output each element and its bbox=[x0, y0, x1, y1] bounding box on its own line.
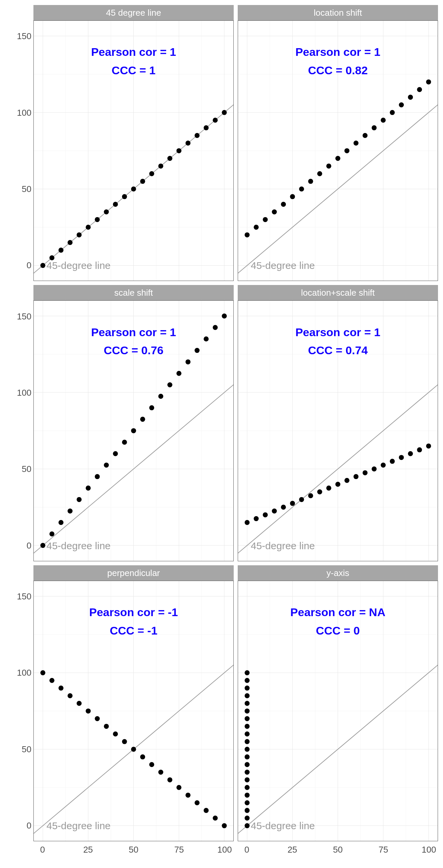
reference-line-label: 45-degree line bbox=[46, 540, 111, 552]
data-point bbox=[381, 118, 386, 123]
data-point bbox=[245, 754, 250, 759]
plot-area: Pearson cor = 1CCC = 0.8245-degree line bbox=[238, 21, 438, 281]
data-point bbox=[40, 670, 45, 675]
y-axis-tick-label: 100 bbox=[17, 107, 31, 118]
x-axis-tick-label: 0 bbox=[244, 845, 249, 855]
plot-area: Pearson cor = NACCC = 045-degree line bbox=[238, 581, 438, 841]
data-point bbox=[299, 186, 304, 191]
panel-title: scale shift bbox=[33, 285, 234, 300]
data-point bbox=[245, 724, 250, 729]
annotation-pearson: Pearson cor = 1 bbox=[238, 326, 438, 339]
data-point bbox=[408, 451, 413, 456]
data-point bbox=[245, 232, 250, 238]
annotation-pearson: Pearson cor = 1 bbox=[34, 326, 233, 339]
chart-panel: perpendicularPearson cor = -1CCC = -145-… bbox=[33, 565, 234, 841]
annotation-ccc: CCC = 0.76 bbox=[34, 344, 233, 357]
reference-line-label: 45-degree line bbox=[251, 260, 315, 271]
panel-title: location+scale shift bbox=[238, 285, 438, 300]
data-point bbox=[272, 209, 277, 214]
data-point bbox=[245, 731, 250, 736]
data-point bbox=[399, 455, 404, 460]
plot-area: Pearson cor = 1CCC = 0.7645-degree line bbox=[33, 300, 234, 561]
data-point bbox=[245, 739, 250, 744]
plot-svg bbox=[34, 581, 233, 841]
reference-line-label: 45-degree line bbox=[251, 820, 315, 832]
data-point bbox=[122, 440, 127, 445]
plot-svg bbox=[238, 301, 438, 561]
data-point bbox=[299, 497, 304, 502]
x-axis-tick-label: 100 bbox=[217, 845, 232, 855]
data-point bbox=[122, 739, 127, 744]
data-point bbox=[76, 232, 82, 238]
chart-panel: scale shiftPearson cor = 1CCC = 0.7645-d… bbox=[33, 285, 234, 561]
data-point bbox=[167, 156, 172, 161]
reference-line-label: 45-degree line bbox=[46, 820, 111, 832]
data-point bbox=[158, 770, 163, 775]
data-point bbox=[158, 394, 163, 399]
data-point bbox=[59, 520, 64, 525]
x-axis-tick-label: 100 bbox=[421, 845, 436, 855]
annotation-pearson: Pearson cor = NA bbox=[238, 606, 438, 619]
y-axis-tick-label: 0 bbox=[27, 540, 31, 551]
data-point bbox=[67, 509, 72, 514]
data-point bbox=[317, 489, 322, 494]
data-point bbox=[272, 509, 277, 514]
data-point bbox=[362, 470, 368, 475]
data-point bbox=[177, 371, 182, 376]
data-point bbox=[290, 501, 295, 506]
x-axis-tick-label: 25 bbox=[83, 845, 93, 855]
data-point bbox=[254, 225, 259, 230]
plot-area: Pearson cor = 1CCC = 145-degree line bbox=[33, 21, 234, 281]
data-point bbox=[40, 543, 45, 548]
annotation-ccc: CCC = 0 bbox=[238, 624, 438, 637]
data-point bbox=[203, 808, 209, 813]
data-point bbox=[326, 163, 331, 168]
data-point bbox=[122, 194, 127, 199]
data-point bbox=[131, 428, 136, 433]
plot-svg bbox=[238, 21, 438, 281]
data-point bbox=[254, 516, 259, 521]
plot-area: Pearson cor = 1CCC = 0.7445-degree line bbox=[238, 300, 438, 561]
data-point bbox=[113, 202, 118, 207]
panel-title: y-axis bbox=[238, 565, 438, 581]
plot-svg bbox=[238, 581, 438, 841]
data-point bbox=[213, 118, 218, 123]
data-point bbox=[353, 474, 358, 479]
data-point bbox=[245, 670, 250, 675]
data-point bbox=[245, 808, 250, 813]
data-point bbox=[113, 451, 118, 456]
annotation-ccc: CCC = 1 bbox=[34, 64, 233, 77]
data-point bbox=[281, 202, 286, 207]
data-point bbox=[167, 382, 172, 388]
y-axis-tick-label: 100 bbox=[17, 388, 31, 398]
data-point bbox=[263, 217, 268, 222]
data-point bbox=[140, 754, 145, 759]
data-point bbox=[372, 125, 377, 130]
data-point bbox=[263, 513, 268, 518]
data-point bbox=[344, 478, 349, 483]
data-point bbox=[76, 497, 82, 502]
chart-panel: 45 degree linePearson cor = 1CCC = 145-d… bbox=[33, 5, 234, 281]
data-point bbox=[308, 179, 313, 184]
panel-title: location shift bbox=[238, 5, 438, 21]
data-point bbox=[245, 785, 250, 790]
data-point bbox=[245, 823, 250, 828]
data-point bbox=[335, 156, 340, 161]
data-point bbox=[86, 486, 91, 491]
data-point bbox=[50, 678, 55, 683]
data-point bbox=[59, 248, 64, 252]
data-point bbox=[372, 467, 377, 472]
annotation-pearson: Pearson cor = -1 bbox=[34, 606, 233, 619]
data-point bbox=[86, 708, 91, 713]
y-axis-tick-label: 150 bbox=[17, 591, 31, 601]
data-point bbox=[245, 793, 250, 798]
reference-line-label: 45-degree line bbox=[46, 260, 111, 271]
data-point bbox=[186, 141, 191, 146]
annotation-ccc: CCC = -1 bbox=[34, 624, 233, 637]
panel-title: perpendicular bbox=[33, 565, 234, 581]
data-point bbox=[149, 171, 154, 176]
chart-panel: y-axisPearson cor = NACCC = 045-degree l… bbox=[238, 565, 438, 841]
y-axis-tick-label: 100 bbox=[17, 668, 31, 678]
y-axis-tick-label: 150 bbox=[17, 31, 31, 41]
data-point bbox=[417, 87, 422, 92]
